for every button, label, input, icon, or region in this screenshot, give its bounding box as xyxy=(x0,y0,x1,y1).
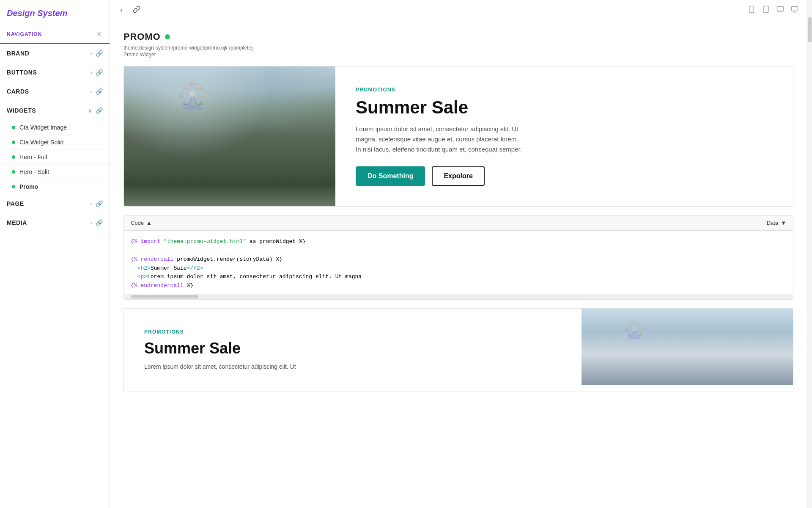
code-tab-label: Code xyxy=(131,220,144,226)
data-tab-label: Data xyxy=(767,220,778,226)
code-line xyxy=(131,246,786,255)
sidebar-item-media[interactable]: MEDIA › 🔗 xyxy=(0,213,110,232)
sidebar-item-hero-split[interactable]: Hero - Split xyxy=(0,165,110,179)
link-button[interactable] xyxy=(131,4,142,17)
nav-header: NAVIGATION ✕ xyxy=(0,25,110,44)
code-header: Code ▲ Data ▼ xyxy=(124,215,793,231)
svg-rect-4 xyxy=(777,6,784,11)
code-text: %} xyxy=(187,282,194,289)
code-text: Lorem ipsum dolor sit amet, consectetur … xyxy=(147,273,362,280)
sidebar-item-cta-widget-image[interactable]: Cta Widget Image xyxy=(0,120,110,135)
breadcrumb: theme:design-system/promo-widget/promo.n… xyxy=(123,45,793,51)
data-arrow-down-icon: ▼ xyxy=(781,220,786,226)
promo-heading-2: Summer Sale xyxy=(144,340,561,357)
sidebar-item-buttons[interactable]: BUTTONS › 🔗 xyxy=(0,63,110,82)
buttons-label: BUTTONS xyxy=(7,69,37,76)
brand-label: BRAND xyxy=(7,50,29,57)
promo-label-2: PROMOTIONS xyxy=(144,329,561,335)
link-icon: 🔗 xyxy=(96,107,103,114)
tablet-icon[interactable] xyxy=(762,6,770,15)
back-button[interactable]: ‹ xyxy=(118,4,124,17)
desktop-icon[interactable] xyxy=(791,6,798,15)
page-title: PROMO xyxy=(123,31,161,42)
sub-item-label: Cta Widget Image xyxy=(19,124,67,131)
page-header: PROMO theme:design-system/promo-widget/p… xyxy=(123,31,793,58)
active-dot xyxy=(12,155,15,159)
cards-label: CARDS xyxy=(7,88,29,95)
code-line: {% endrendercall %} xyxy=(131,282,786,290)
link-icon: 🔗 xyxy=(96,219,103,226)
preview-image-2 xyxy=(582,309,793,385)
code-section: Code ▲ Data ▼ {% import "theme:promo-wid… xyxy=(123,215,793,300)
laptop-icon[interactable] xyxy=(776,6,784,15)
sidebar-item-promo[interactable]: Promo xyxy=(0,179,110,194)
sidebar-item-cards[interactable]: CARDS › 🔗 xyxy=(0,82,110,101)
breadcrumb-sub: Promo Widget xyxy=(123,52,793,58)
image-placeholder-2 xyxy=(582,309,793,385)
chevron-right-icon: › xyxy=(90,200,92,207)
active-dot xyxy=(12,141,15,144)
code-keyword: {% import xyxy=(131,238,164,245)
code-arrow-up-icon: ▲ xyxy=(146,220,152,226)
media-label: MEDIA xyxy=(7,219,27,226)
sidebar-item-page[interactable]: PAGE › 🔗 xyxy=(0,194,110,213)
code-tag: <p> xyxy=(137,273,147,280)
svg-rect-6 xyxy=(792,6,798,11)
link-icon: 🔗 xyxy=(96,69,103,76)
widgets-label: WIDGETS xyxy=(7,107,36,114)
sub-item-label: Hero - Split xyxy=(19,168,49,175)
mobile-icon[interactable] xyxy=(748,6,755,15)
code-line: {% import "theme:promo-widget.html" as p… xyxy=(131,237,786,246)
code-tag: </h2> xyxy=(187,265,203,271)
toolbar-left: ‹ xyxy=(118,4,142,17)
toolbar: ‹ xyxy=(110,0,807,21)
sub-item-label: Hero - Full xyxy=(19,154,47,160)
active-dot xyxy=(12,170,15,174)
toolbar-right xyxy=(748,6,798,15)
page-title-row: PROMO xyxy=(123,31,793,42)
code-line: {% rendercall promoWidget.render(storyDa… xyxy=(131,255,786,264)
code-line: <h2>Summer Sale</h2> xyxy=(131,264,786,273)
chevron-right-icon: › xyxy=(90,50,92,57)
content-area: PROMO theme:design-system/promo-widget/p… xyxy=(110,21,807,508)
sidebar-item-widgets[interactable]: WIDGETS ∨ 🔗 xyxy=(0,101,110,120)
main-area: ‹ xyxy=(110,0,807,508)
active-dot xyxy=(12,126,15,129)
link-icon: 🔗 xyxy=(96,50,103,57)
data-tab[interactable]: Data ▼ xyxy=(767,220,786,226)
sidebar-item-cta-widget-solid[interactable]: Cta Widget Solid xyxy=(0,135,110,150)
sidebar-item-hero-full[interactable]: Hero - Full xyxy=(0,150,110,165)
promo-buttons-1: Do Something Expolore xyxy=(356,166,773,186)
nav-label: NAVIGATION xyxy=(7,31,42,37)
code-line: <p>Lorem ipsum dolor sit amet, consectet… xyxy=(131,273,786,282)
preview-card-2: PROMOTIONS Summer Sale Lorem ipsum dolor… xyxy=(123,308,793,392)
preview-content-1: PROMOTIONS Summer Sale Lorem ipsum dolor… xyxy=(335,66,793,206)
close-icon[interactable]: ✕ xyxy=(96,29,103,39)
code-tab[interactable]: Code ▲ xyxy=(131,220,152,226)
promo-text-1: Lorem ipsum dolor sit amet, consectetur … xyxy=(356,124,525,155)
page-label: PAGE xyxy=(7,200,24,207)
code-text: promoWidget.render(storyData) %} xyxy=(177,256,283,262)
code-keyword: {% rendercall xyxy=(131,256,177,262)
promo-text-2: Lorem ipsum dolor sit amet, consectetur … xyxy=(144,362,313,371)
code-string: "theme:promo-widget.html" xyxy=(164,238,246,245)
preview-image-1 xyxy=(124,66,335,206)
chevron-right-icon: › xyxy=(90,88,92,95)
preview-content-2: PROMOTIONS Summer Sale Lorem ipsum dolor… xyxy=(124,309,582,392)
code-body: {% import "theme:promo-widget.html" as p… xyxy=(124,231,793,294)
code-text: as promoWidget %} xyxy=(246,238,305,245)
expolore-button[interactable]: Expolore xyxy=(432,166,484,186)
promo-heading-1: Summer Sale xyxy=(356,98,773,117)
code-text: Summer Sale xyxy=(151,265,187,271)
page-scrollbar[interactable] xyxy=(807,0,812,508)
code-scrollbar-thumb[interactable] xyxy=(131,295,198,298)
link-icon: 🔗 xyxy=(96,88,103,95)
sidebar: Design System NAVIGATION ✕ BRAND › 🔗 BUT… xyxy=(0,0,110,508)
sub-item-label: Promo xyxy=(19,183,38,190)
code-keyword: {% endrendercall xyxy=(131,282,187,289)
do-something-button[interactable]: Do Something xyxy=(356,166,425,186)
sidebar-item-brand[interactable]: BRAND › 🔗 xyxy=(0,44,110,63)
scrollbar-thumb[interactable] xyxy=(808,17,812,42)
code-scrollbar[interactable] xyxy=(124,294,793,299)
code-tag: <h2> xyxy=(137,265,151,271)
